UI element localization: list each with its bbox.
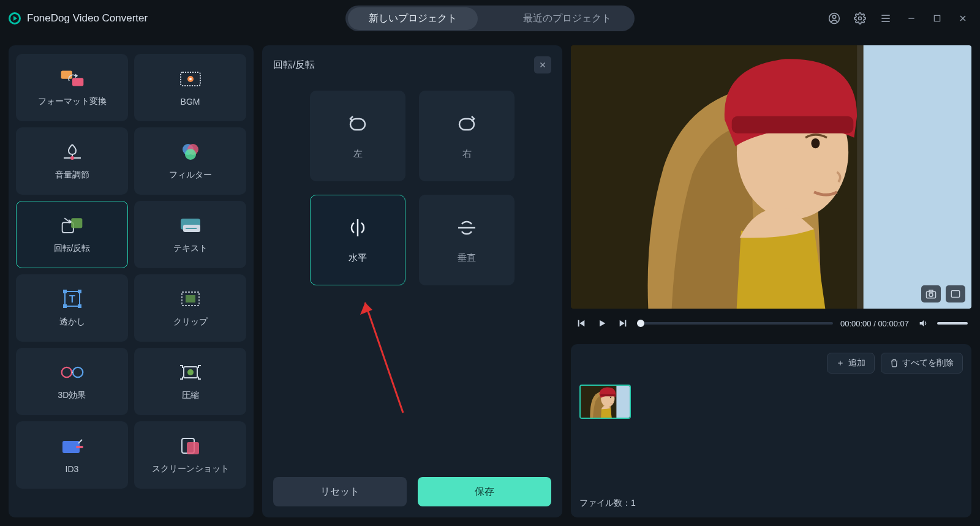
tool-3d-effect[interactable]: 3D効果: [16, 348, 128, 415]
plus-icon: ＋: [836, 358, 845, 369]
svg-point-63: [929, 293, 933, 297]
menu-icon[interactable]: [877, 10, 894, 27]
text-icon: [178, 215, 203, 236]
svg-marker-71: [920, 320, 924, 327]
settings-icon[interactable]: [851, 10, 869, 27]
trash-icon: [890, 359, 899, 367]
svg-point-25: [70, 156, 74, 160]
threeD-icon: [60, 362, 85, 383]
skip-prev-button[interactable]: [575, 317, 588, 330]
screenshot-button[interactable]: [921, 285, 941, 302]
tool-label: 圧縮: [182, 390, 199, 401]
svg-rect-38: [78, 290, 81, 293]
svg-point-28: [185, 149, 196, 160]
tool-label: 透かし: [59, 317, 85, 328]
svg-rect-67: [578, 320, 579, 327]
clip-icon: [178, 288, 203, 309]
account-icon[interactable]: [826, 10, 843, 27]
volume-button[interactable]: [916, 317, 930, 330]
tool-label: 3D効果: [58, 390, 86, 401]
flip-vertical-option[interactable]: 垂直: [419, 195, 514, 285]
svg-rect-65: [951, 291, 959, 298]
svg-rect-14: [934, 15, 940, 21]
svg-rect-43: [186, 295, 195, 302]
video-preview: [571, 45, 971, 309]
rotate-right-option[interactable]: 右: [419, 91, 514, 181]
svg-line-60: [365, 302, 403, 413]
tool-label: BGM: [181, 97, 200, 107]
option-label: 垂直: [458, 252, 476, 264]
tool-label: フィルター: [169, 170, 212, 181]
svg-rect-40: [78, 304, 81, 308]
delete-all-button[interactable]: すべてを削除: [881, 353, 963, 374]
fullscreen-button[interactable]: [946, 285, 965, 302]
svg-rect-70: [625, 320, 626, 327]
clips-panel: ＋ 追加 すべてを削除 ファイル数：1: [571, 344, 971, 517]
option-label: 左: [353, 148, 363, 160]
tool-filter[interactable]: フィルター: [134, 127, 246, 195]
rotate-left-icon: [344, 113, 371, 135]
tool-volume[interactable]: 音量調節: [16, 127, 128, 195]
tab-recent-project[interactable]: 最近のプロジェクト: [502, 7, 632, 30]
option-label: 水平: [349, 252, 367, 264]
player-controls: 00:00:00 / 00:00:07: [571, 309, 971, 338]
svg-line-31: [64, 218, 69, 221]
app-logo-icon: [9, 12, 21, 24]
filter-icon: [178, 141, 203, 162]
tool-label: 回転/反転: [54, 243, 91, 254]
volume-slider[interactable]: [937, 322, 968, 325]
rotate-flip-icon: [60, 215, 85, 236]
flip-horizontal-option[interactable]: 水平: [310, 195, 405, 285]
tool-watermark[interactable]: T 透かし: [16, 274, 128, 342]
svg-rect-53: [187, 442, 199, 454]
tool-label: クリップ: [173, 317, 208, 328]
tool-clip[interactable]: クリップ: [134, 274, 246, 342]
svg-rect-50: [76, 446, 83, 448]
panel-close-button[interactable]: [534, 56, 551, 73]
tool-rotate-flip[interactable]: 回転/反転: [16, 201, 128, 268]
app-title: FoneDog Video Converter: [27, 12, 148, 24]
bgm-icon: [178, 69, 203, 89]
svg-rect-39: [63, 304, 67, 308]
id3-icon: [60, 436, 85, 457]
play-button[interactable]: [595, 317, 609, 330]
window-close[interactable]: [954, 10, 971, 27]
svg-point-48: [187, 369, 194, 375]
tool-label: フォーマット変換: [38, 96, 107, 107]
clip-thumbnail[interactable]: [579, 385, 631, 419]
svg-point-44: [61, 367, 71, 377]
window-maximize[interactable]: [929, 10, 946, 27]
add-clip-button[interactable]: ＋ 追加: [827, 353, 875, 374]
tool-id3[interactable]: ID3: [16, 421, 128, 489]
tool-bgm[interactable]: BGM: [134, 54, 246, 121]
rotate-right-icon: [453, 113, 480, 135]
svg-marker-68: [600, 320, 605, 327]
watermark-icon: T: [60, 288, 85, 309]
save-button[interactable]: 保存: [418, 477, 551, 506]
option-label: 右: [462, 148, 472, 160]
seek-bar[interactable]: [637, 322, 833, 325]
svg-point-45: [72, 367, 82, 377]
tool-screenshot[interactable]: スクリーンショット: [134, 421, 246, 489]
svg-rect-37: [63, 290, 67, 293]
window-minimize[interactable]: [903, 10, 920, 27]
svg-point-9: [859, 17, 862, 20]
tool-compress[interactable]: 圧縮: [134, 348, 246, 415]
rotate-left-option[interactable]: 左: [310, 91, 405, 181]
svg-point-8: [832, 15, 835, 18]
tool-label: テキスト: [173, 243, 208, 254]
svg-marker-19: [75, 74, 78, 78]
tool-format-convert[interactable]: フォーマット変換: [16, 54, 128, 121]
svg-point-22: [189, 78, 192, 80]
svg-rect-18: [72, 78, 83, 86]
tool-label: スクリーンショット: [152, 464, 229, 475]
reset-button[interactable]: リセット: [273, 477, 407, 506]
flip-vertical-icon: [454, 217, 479, 239]
rotate-settings-panel: 回転/反転 左 右 水平 垂直: [262, 45, 562, 517]
project-tabs: 新しいプロジェクト 最近のプロジェクト: [345, 6, 635, 31]
compress-icon: [178, 362, 203, 383]
skip-next-button[interactable]: [616, 317, 630, 330]
tab-new-project[interactable]: 新しいプロジェクト: [348, 7, 478, 30]
svg-marker-66: [579, 320, 584, 327]
tool-text[interactable]: テキスト: [134, 201, 246, 268]
